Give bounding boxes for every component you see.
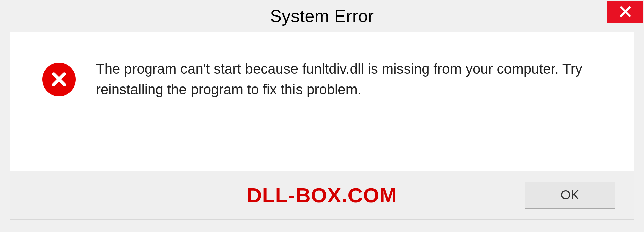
watermark-text: DLL-BOX.COM — [247, 183, 397, 207]
ok-button[interactable]: OK — [525, 182, 615, 209]
dialog-footer: DLL-BOX.COM OK — [10, 171, 634, 219]
dialog-title: System Error — [270, 6, 374, 26]
close-icon — [619, 5, 632, 19]
error-icon-wrap — [42, 63, 76, 96]
close-button[interactable] — [607, 1, 643, 23]
title-bar: System Error — [0, 0, 644, 32]
dialog-content: The program can't start because funltdiv… — [10, 32, 634, 220]
message-area: The program can't start because funltdiv… — [10, 32, 634, 100]
error-icon — [42, 63, 76, 96]
error-message: The program can't start because funltdiv… — [96, 59, 607, 100]
